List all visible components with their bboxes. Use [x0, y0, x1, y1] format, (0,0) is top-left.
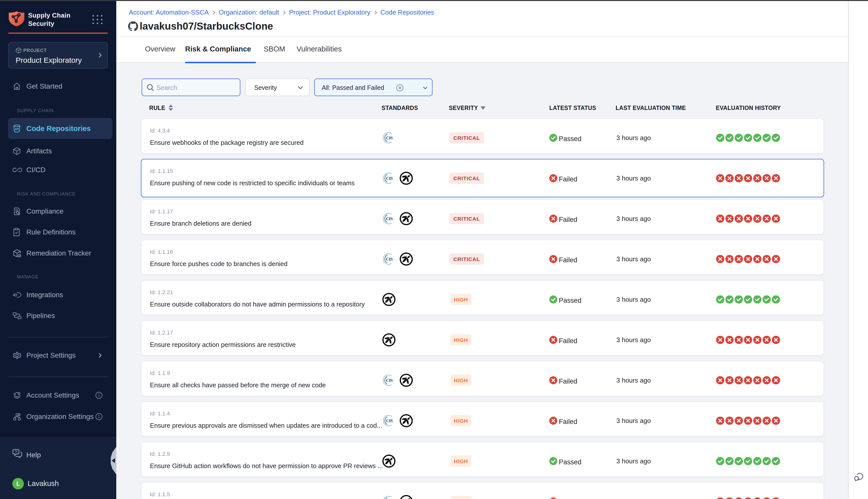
svg-text:?: ? — [15, 450, 17, 454]
